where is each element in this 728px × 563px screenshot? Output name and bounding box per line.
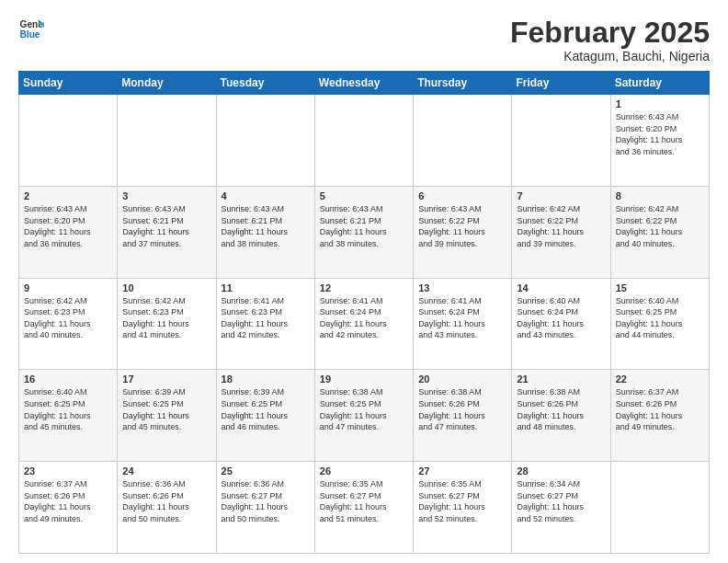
day-info: Sunrise: 6:38 AM Sunset: 6:25 PM Dayligh… [320,386,408,432]
day-number: 24 [122,465,210,477]
day-info: Sunrise: 6:43 AM Sunset: 6:20 PM Dayligh… [616,111,704,157]
day-info: Sunrise: 6:43 AM Sunset: 6:21 PM Dayligh… [222,203,310,249]
svg-text:Blue: Blue [20,29,40,40]
day-of-week-header: Sunday [19,72,118,95]
calendar-week-row: 2Sunrise: 6:43 AM Sunset: 6:20 PM Daylig… [19,186,710,278]
calendar-cell: 11Sunrise: 6:41 AM Sunset: 6:23 PM Dayli… [216,278,314,370]
day-of-week-header: Saturday [610,72,709,95]
calendar-cell: 10Sunrise: 6:42 AM Sunset: 6:23 PM Dayli… [118,278,216,370]
day-of-week-header: Monday [118,72,216,95]
day-of-week-header: Friday [512,72,610,95]
day-number: 19 [320,373,408,385]
day-info: Sunrise: 6:43 AM Sunset: 6:20 PM Dayligh… [24,203,112,249]
calendar-cell: 26Sunrise: 6:35 AM Sunset: 6:27 PM Dayli… [314,462,413,554]
calendar-cell: 24Sunrise: 6:36 AM Sunset: 6:26 PM Dayli… [118,462,216,554]
calendar-cell: 15Sunrise: 6:40 AM Sunset: 6:25 PM Dayli… [610,278,709,370]
calendar-week-row: 9Sunrise: 6:42 AM Sunset: 6:23 PM Daylig… [19,278,710,370]
day-number: 2 [24,190,112,201]
logo-icon: General Blue [18,17,44,42]
day-info: Sunrise: 6:43 AM Sunset: 6:22 PM Dayligh… [418,203,506,249]
calendar-cell: 21Sunrise: 6:38 AM Sunset: 6:26 PM Dayli… [512,370,610,462]
header: General Blue February 2025 Katagum, Bauc… [18,17,710,63]
day-info: Sunrise: 6:40 AM Sunset: 6:25 PM Dayligh… [24,386,112,432]
calendar-week-row: 23Sunrise: 6:37 AM Sunset: 6:26 PM Dayli… [19,462,710,554]
calendar-cell: 12Sunrise: 6:41 AM Sunset: 6:24 PM Dayli… [314,278,413,370]
day-of-week-header: Tuesday [216,72,314,95]
calendar-cell: 19Sunrise: 6:38 AM Sunset: 6:25 PM Dayli… [314,370,413,462]
day-info: Sunrise: 6:42 AM Sunset: 6:23 PM Dayligh… [122,295,210,341]
day-number: 5 [320,190,408,201]
day-number: 25 [222,465,310,477]
calendar-header-row: SundayMondayTuesdayWednesdayThursdayFrid… [19,72,710,95]
day-number: 14 [517,282,605,293]
calendar-cell: 3Sunrise: 6:43 AM Sunset: 6:21 PM Daylig… [118,186,216,278]
day-info: Sunrise: 6:42 AM Sunset: 6:23 PM Dayligh… [24,295,112,341]
day-info: Sunrise: 6:43 AM Sunset: 6:21 PM Dayligh… [320,203,408,249]
calendar-cell: 14Sunrise: 6:40 AM Sunset: 6:24 PM Dayli… [512,278,610,370]
day-info: Sunrise: 6:41 AM Sunset: 6:24 PM Dayligh… [418,295,506,341]
calendar-cell [216,95,314,187]
page: General Blue February 2025 Katagum, Bauc… [0,0,728,563]
day-info: Sunrise: 6:35 AM Sunset: 6:27 PM Dayligh… [418,478,506,524]
calendar-cell: 8Sunrise: 6:42 AM Sunset: 6:22 PM Daylig… [610,186,709,278]
calendar-cell: 28Sunrise: 6:34 AM Sunset: 6:27 PM Dayli… [512,462,610,554]
calendar-week-row: 16Sunrise: 6:40 AM Sunset: 6:25 PM Dayli… [19,370,710,462]
calendar-cell: 2Sunrise: 6:43 AM Sunset: 6:20 PM Daylig… [19,186,118,278]
calendar-cell: 25Sunrise: 6:36 AM Sunset: 6:27 PM Dayli… [216,462,314,554]
day-number: 11 [222,282,310,293]
day-of-week-header: Thursday [414,72,512,95]
day-info: Sunrise: 6:42 AM Sunset: 6:22 PM Dayligh… [616,203,704,249]
calendar-cell: 4Sunrise: 6:43 AM Sunset: 6:21 PM Daylig… [216,186,314,278]
calendar-cell: 7Sunrise: 6:42 AM Sunset: 6:22 PM Daylig… [512,186,610,278]
day-info: Sunrise: 6:42 AM Sunset: 6:22 PM Dayligh… [517,203,605,249]
day-info: Sunrise: 6:43 AM Sunset: 6:21 PM Dayligh… [122,203,210,249]
day-number: 23 [24,465,112,477]
calendar-cell: 6Sunrise: 6:43 AM Sunset: 6:22 PM Daylig… [414,186,512,278]
day-info: Sunrise: 6:40 AM Sunset: 6:25 PM Dayligh… [616,295,704,341]
calendar-cell: 13Sunrise: 6:41 AM Sunset: 6:24 PM Dayli… [414,278,512,370]
day-info: Sunrise: 6:40 AM Sunset: 6:24 PM Dayligh… [517,295,605,341]
logo: General Blue [18,17,44,42]
calendar-cell: 27Sunrise: 6:35 AM Sunset: 6:27 PM Dayli… [414,462,512,554]
calendar-cell [414,95,512,187]
day-number: 21 [517,373,605,385]
calendar-cell [512,95,610,187]
day-info: Sunrise: 6:39 AM Sunset: 6:25 PM Dayligh… [122,386,210,432]
day-number: 12 [320,282,408,293]
location: Katagum, Bauchi, Nigeria [510,49,710,63]
month-year: February 2025 [510,17,710,49]
calendar-cell: 18Sunrise: 6:39 AM Sunset: 6:25 PM Dayli… [216,370,314,462]
day-info: Sunrise: 6:36 AM Sunset: 6:26 PM Dayligh… [122,478,210,524]
day-number: 8 [616,190,704,201]
day-number: 10 [122,282,210,293]
day-info: Sunrise: 6:41 AM Sunset: 6:24 PM Dayligh… [320,295,408,341]
calendar-cell: 17Sunrise: 6:39 AM Sunset: 6:25 PM Dayli… [118,370,216,462]
day-number: 9 [24,282,112,293]
day-number: 17 [122,373,210,385]
calendar-cell [118,95,216,187]
day-number: 27 [418,465,506,477]
day-info: Sunrise: 6:36 AM Sunset: 6:27 PM Dayligh… [222,478,310,524]
day-info: Sunrise: 6:39 AM Sunset: 6:25 PM Dayligh… [222,386,310,432]
day-number: 3 [122,190,210,201]
day-info: Sunrise: 6:38 AM Sunset: 6:26 PM Dayligh… [418,386,506,432]
title-block: February 2025 Katagum, Bauchi, Nigeria [510,17,710,63]
day-of-week-header: Wednesday [314,72,413,95]
day-number: 7 [517,190,605,201]
day-number: 22 [616,373,704,385]
day-number: 4 [222,190,310,201]
day-info: Sunrise: 6:34 AM Sunset: 6:27 PM Dayligh… [517,478,605,524]
calendar-cell [19,95,118,187]
day-number: 1 [616,98,704,109]
calendar-cell: 20Sunrise: 6:38 AM Sunset: 6:26 PM Dayli… [414,370,512,462]
calendar-cell: 16Sunrise: 6:40 AM Sunset: 6:25 PM Dayli… [19,370,118,462]
calendar-cell [610,462,709,554]
day-number: 28 [517,465,605,477]
day-number: 15 [616,282,704,293]
day-info: Sunrise: 6:38 AM Sunset: 6:26 PM Dayligh… [517,386,605,432]
calendar-week-row: 1Sunrise: 6:43 AM Sunset: 6:20 PM Daylig… [19,95,710,187]
day-number: 6 [418,190,506,201]
day-info: Sunrise: 6:35 AM Sunset: 6:27 PM Dayligh… [320,478,408,524]
day-info: Sunrise: 6:41 AM Sunset: 6:23 PM Dayligh… [222,295,310,341]
calendar-cell: 5Sunrise: 6:43 AM Sunset: 6:21 PM Daylig… [314,186,413,278]
